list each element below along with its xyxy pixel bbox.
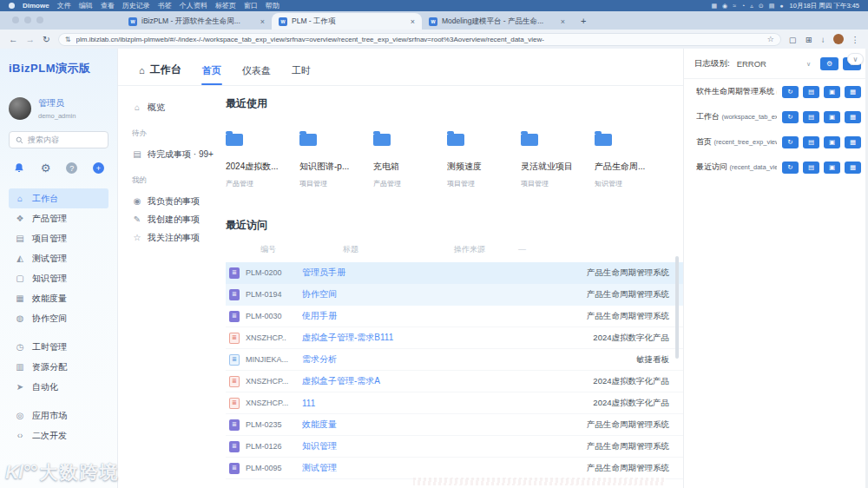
log-level-select[interactable]: ERROR ∨ [730,59,816,69]
recent-used-card[interactable]: 灵活就业项目 项目管理 [521,134,595,188]
debug-action-grid-button[interactable]: ▦ [845,136,861,148]
card-title[interactable]: 测频速度 [447,161,521,173]
debug-action-grid-button[interactable]: ▦ [845,162,861,174]
subnav-overview[interactable]: ⌂ 概览 [132,98,214,116]
menubar-menu-item[interactable]: 个人资料 [180,1,207,10]
notification-bell-icon[interactable] [13,162,25,175]
recent-used-card[interactable]: 充电箱 产品管理 [373,134,447,188]
menubar-menu-item[interactable]: 窗口 [244,1,258,10]
table-row[interactable]: ≣ XNSZHCP... 虚拟盒子管理-需求A 2024虚拟数字化产品 [226,371,683,392]
workspace-tab[interactable]: 仪表盘 [242,64,271,85]
workspace-tab[interactable]: 工时 [292,64,311,85]
row-title-link[interactable]: 知识管理 [302,440,587,452]
row-title-link[interactable]: 管理员手册 [302,267,587,279]
row-title-link[interactable]: 效能度量 [302,419,587,431]
subnav-todo-item[interactable]: ▤ 待完成事项 · 99+ [132,145,214,163]
column-header-code[interactable]: 编号 [260,244,276,255]
menubar-status-icon[interactable]: ◔ [741,3,745,10]
menubar-app-name[interactable]: Dimowe [23,2,49,10]
menubar-menu-item[interactable]: 文件 [57,1,71,10]
help-icon[interactable]: ? [66,162,77,174]
add-icon[interactable]: + [93,162,104,174]
card-title[interactable]: 2024虚拟数... [226,161,299,173]
row-title-link[interactable]: 使用手册 [302,310,587,322]
browser-tab[interactable]: w Modeling建模平台 - 产品生命... × [422,13,572,30]
menubar-menu-item[interactable]: 历史记录 [122,1,150,10]
address-bar[interactable]: ⇅ plm.ibizlab.cn/ibizplm-plmweb/#/-/inde… [58,33,781,46]
table-row[interactable]: ≣ XNSZHCP.. 虚拟盒子管理-需求B111 2024虚拟数字化产品 [226,327,683,349]
browser-profile-avatar[interactable] [833,34,844,44]
tab-close-icon[interactable]: × [561,17,565,26]
window-minimize-button[interactable] [24,16,31,23]
debug-action-refresh-button[interactable]: ↻ [782,136,799,148]
site-info-icon[interactable]: ⇅ [65,36,71,43]
table-row[interactable]: ≣ PLM-0126 知识管理 产品生命周期管理系统 [226,436,683,458]
sidebar-menu-item[interactable]: ➤ 自动化 [9,377,108,397]
recent-used-card[interactable]: 产品生命周... 知识管理 [595,134,668,188]
recent-used-card[interactable]: 知识图谱-p... 项目管理 [299,134,373,188]
url-text[interactable]: plm.ibizlab.cn/ibizplm-plmweb/#/-/index-… [76,36,762,43]
row-title-link[interactable]: 协作空间 [302,288,587,300]
sidebar-menu-item[interactable]: ▦ 效能度量 [9,288,108,308]
recent-used-card[interactable]: 测频速度 项目管理 [447,134,521,188]
reload-icon[interactable]: ↻ [43,34,50,44]
forward-icon[interactable]: → [26,34,36,44]
settings-gear-icon[interactable]: ⚙ [41,162,51,175]
table-scrollbar[interactable] [675,256,679,359]
debug-action-detail-button[interactable]: ▤ [803,86,819,98]
sidebar-menu-item[interactable]: ◷ 工时管理 [9,337,108,357]
card-title[interactable]: 灵活就业项目 [521,161,595,173]
debug-action-refresh-button[interactable]: ↻ [782,162,799,174]
sidebar-menu-item[interactable]: ◍ 协作空间 [9,308,108,328]
debug-action-refresh-button[interactable]: ↻ [782,86,799,98]
table-row[interactable]: ≣ PLM-0030 使用手册 产品生命周期管理系统 [226,306,683,327]
sidebar-menu-item[interactable]: ▥ 资源分配 [9,357,108,377]
menubar-menu-item[interactable]: 帮助 [266,1,279,10]
sidebar-menu-item[interactable]: ‹› 二次开发 [9,425,108,445]
bookmark-star-icon[interactable]: ☆ [767,35,774,43]
debug-action-save-button[interactable]: ▣ [824,162,840,174]
table-row[interactable]: ≣ PLM-0200 管理员手册 产品生命周期管理系统 [226,262,683,284]
sidebar-menu-item[interactable]: ◭ 测试管理 [9,248,108,268]
back-icon[interactable]: ← [9,34,18,44]
menubar-status-icon[interactable]: ▦ [711,3,717,10]
menubar-status-icon[interactable]: ▤ [769,3,775,10]
window-zoom-button[interactable] [36,16,43,23]
toolbar-action-icon[interactable]: ↓ [821,35,825,44]
toolbar-action-icon[interactable]: ⊞ [806,35,812,44]
debug-action-save-button[interactable]: ▣ [824,111,840,123]
debug-action-save-button[interactable]: ▣ [824,86,840,98]
sidebar-menu-item[interactable]: ▤ 项目管理 [9,228,108,248]
menubar-menu-item[interactable]: 编辑 [79,1,93,10]
tab-close-icon[interactable]: × [411,17,415,26]
panel-collapse-button[interactable]: ∨ [847,53,864,65]
toolbar-action-icon[interactable]: ▢ [789,35,797,44]
sidebar-menu-item[interactable]: ◎ 应用市场 [9,406,108,425]
sidebar-menu-item[interactable]: ❖ 产品管理 [9,208,108,228]
row-title-link[interactable]: 需求分析 [302,353,636,366]
debug-action-grid-button[interactable]: ▦ [845,86,861,98]
search-input[interactable]: 搜索内容 [9,131,108,148]
card-title[interactable]: 充电箱 [373,161,447,173]
panel-settings-button[interactable]: ⚙ [820,57,838,70]
browser-menu-icon[interactable]: ⋮ [852,35,860,44]
row-title-link[interactable]: 虚拟盒子管理-需求A [302,375,593,387]
menubar-status-icon[interactable]: ⊙ [759,3,764,10]
user-avatar[interactable] [9,97,31,120]
window-close-button[interactable] [12,16,19,23]
sidebar-menu-item[interactable]: ▢ 知识管理 [9,268,108,288]
card-title[interactable]: 知识图谱-p... [299,161,373,173]
row-title-link[interactable]: 虚拟盒子管理-需求B111 [302,332,593,344]
table-row[interactable]: ≣ MINJIEKA... 需求分析 敏捷看板 [226,349,683,371]
subnav-mine-item[interactable]: ☆ 我关注的事项 [132,228,214,247]
menubar-status-icon[interactable]: ● [779,3,783,10]
column-header-source[interactable]: 操作来源 [454,244,485,255]
recent-used-card[interactable]: 2024虚拟数... 产品管理 [226,134,299,188]
menubar-menu-item[interactable]: 书签 [158,1,172,10]
menubar-status-icon[interactable]: ▵ [750,3,753,10]
menubar-status-icon[interactable]: ◉ [722,3,727,10]
table-row[interactable]: ≣ XNSZHCP... 111 2024虚拟数字化产品 [226,392,683,414]
debug-action-save-button[interactable]: ▣ [824,136,840,148]
menubar-menu-item[interactable]: 查看 [101,1,115,10]
debug-action-grid-button[interactable]: ▦ [845,111,861,123]
